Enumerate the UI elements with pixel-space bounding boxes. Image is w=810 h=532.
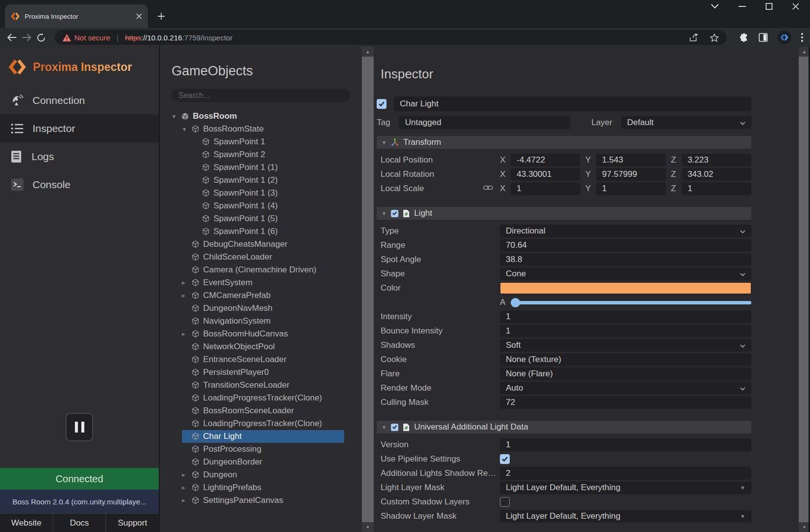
tree-item-eventsystem[interactable]: ▶ EventSystem [160,276,362,289]
tree-item-navigationsystem[interactable]: NavigationSystem [160,315,362,328]
proxima-extension-icon[interactable] [777,31,791,44]
property-value-field[interactable]: None (Flare) [500,367,751,380]
tree-arrow-icon[interactable]: ▶ [182,293,192,298]
section-collapse-icon[interactable]: ▼ [382,140,387,145]
tree-item-bossroomsceneloader[interactable]: BossRoomSceneLoader [160,404,362,417]
property-value-field[interactable]: 1 [500,438,751,451]
tree-item-debugcheatsmanager[interactable]: DebugCheatsManager [160,238,362,251]
component-header[interactable]: ▼ # Universal Additional Light Data [377,421,751,433]
tree-arrow-icon[interactable]: ▼ [172,114,181,119]
tree-item-dungeon[interactable]: ▶ Dungeon [160,468,362,481]
x-value-field[interactable]: 43.30001 [511,168,580,181]
link-icon[interactable] [483,184,493,193]
tree-item-settingspanelcanvas[interactable]: ▶ SettingsPanelCanvas [160,494,362,507]
tree-item-lightingprefabs[interactable]: ▶ LightingPrefabs [160,481,362,494]
tree-item-bossroom[interactable]: ▼ BossRoom [160,110,362,123]
forward-button[interactable] [22,33,32,41]
back-button[interactable] [7,33,17,41]
property-mask-select[interactable]: Light Layer Default, Everything ▼ [500,481,751,494]
property-value-field[interactable]: 1 [500,310,751,323]
component-enabled-checkbox[interactable] [391,424,398,431]
scroll-down-icon[interactable]: ▼ [362,522,374,532]
z-value-field[interactable]: 1 [682,182,751,195]
property-select[interactable]: Soft [500,339,751,352]
gameobject-name-field[interactable]: Char Light [394,97,751,111]
tree-item-bossroomhudcanvas[interactable]: ▶ BossRoomHudCanvas [160,328,362,340]
property-value-field[interactable]: 70.64 [500,239,751,252]
property-select[interactable]: Auto [500,382,751,395]
tree-item-spawnpoint-1[interactable]: SpawnPoint 1 [160,135,362,148]
section-collapse-icon[interactable]: ▼ [382,425,387,430]
tree-item-spawnpoint-1-4[interactable]: SpawnPoint 1 (4) [160,200,362,212]
tree-item-camera-cinemachine-driven[interactable]: Camera (Cinemachine Driven) [160,264,362,276]
z-value-field[interactable]: 343.02 [682,168,751,181]
property-value-field[interactable]: 72 [500,396,751,409]
tree-item-spawnpoint-2[interactable]: SpawnPoint 2 [160,148,362,161]
property-value-field[interactable]: 2 [500,467,751,480]
property-value-field[interactable]: None (Texture) [500,353,751,366]
footer-link-website[interactable]: Website [0,514,53,532]
window-close-icon[interactable] [792,3,799,10]
tree-arrow-icon[interactable]: ▼ [182,127,192,132]
tree-item-bossroomstate[interactable]: ▼ BossRoomState [160,123,362,135]
tag-field[interactable]: Untagged [399,116,570,129]
share-icon[interactable] [690,33,699,42]
y-value-field[interactable]: 97.57999 [596,168,666,181]
property-value-field[interactable]: 38.8 [500,253,751,266]
tree-item-dungeonborder[interactable]: DungeonBorder [160,456,362,468]
gameobject-enabled-checkbox[interactable] [377,99,387,109]
tree-arrow-icon[interactable]: ▶ [182,332,192,336]
tree-item-childsceneloader[interactable]: ChildSceneLoader [160,251,362,264]
footer-link-docs[interactable]: Docs [53,514,106,532]
property-mask-select[interactable]: Light Layer Default, Everything ▼ [500,510,751,523]
alpha-slider[interactable] [511,301,751,304]
tree-item-spawnpoint-1-5[interactable]: SpawnPoint 1 (5) [160,212,362,225]
property-checkbox[interactable] [500,497,510,507]
tree-arrow-icon[interactable]: ▶ [182,485,192,490]
slider-thumb[interactable] [511,298,520,307]
x-value-field[interactable]: 1 [511,182,580,195]
property-select[interactable]: Directional [500,225,751,237]
side-panel-icon[interactable] [759,33,768,42]
property-value-field[interactable]: 1 [500,325,751,337]
color-swatch[interactable] [500,282,751,294]
window-minimize-icon[interactable] [739,5,746,7]
scrollbar-thumb[interactable] [362,57,374,522]
tree-item-spawnpoint-1-2[interactable]: SpawnPoint 1 (2) [160,174,362,187]
component-header[interactable]: ▼ # Light [377,207,751,220]
menu-kebab-icon[interactable] [801,33,803,42]
extensions-puzzle-icon[interactable] [740,33,749,42]
footer-link-support[interactable]: Support [106,514,159,532]
new-tab-button[interactable] [155,10,168,23]
tree-item-entrancesceneloader[interactable]: EntranceSceneLoader [160,353,362,366]
tree-item-loadingprogresstracker-clone[interactable]: LoadingProgressTracker(Clone) [160,417,362,430]
pause-button[interactable] [66,413,93,441]
property-checkbox[interactable] [500,454,510,464]
tree-item-loadingprogresstracker-clone[interactable]: LoadingProgressTracker(Clone) [160,392,362,404]
sidebar-item-console[interactable]: Console [0,170,159,199]
tree-arrow-icon[interactable]: ▶ [182,280,192,285]
tab-close-icon[interactable] [136,13,142,19]
z-value-field[interactable]: 3.223 [682,154,751,166]
tree-arrow-icon[interactable]: ▶ [182,498,192,503]
section-collapse-icon[interactable]: ▼ [382,211,387,216]
tree-item-postprocessing[interactable]: PostProcessing [160,443,362,456]
sidebar-item-inspector[interactable]: Inspector [0,114,159,142]
tree-item-dungeonnavmesh[interactable]: DungeonNavMesh [160,302,362,315]
tree-item-spawnpoint-1-3[interactable]: SpawnPoint 1 (3) [160,187,362,200]
security-label[interactable]: Not secure [74,33,110,42]
browser-tab[interactable]: Proxima Inspector [5,4,148,28]
bookmark-star-icon[interactable] [710,33,719,42]
reload-button[interactable] [36,33,46,42]
scroll-up-icon[interactable]: ▲ [362,47,374,57]
component-enabled-checkbox[interactable] [391,210,398,217]
address-bar[interactable]: Not secure | https://10.0.0.216:7759/ins… [55,30,727,45]
tree-item-networkobjectpool[interactable]: NetworkObjectPool [160,340,362,353]
tree-item-spawnpoint-1-6[interactable]: SpawnPoint 1 (6) [160,225,362,238]
tree-item-persistentplayer0[interactable]: PersistentPlayer0 [160,366,362,379]
y-value-field[interactable]: 1.543 [596,154,666,166]
sidebar-item-logs[interactable]: Logs [0,142,159,170]
tree-item-char-light[interactable]: Char Light [182,430,344,443]
tree-item-transitionsceneloader[interactable]: TransitionSceneLoader [160,379,362,392]
tree-item-cmcameraprefab[interactable]: ▶ CMCameraPrefab [160,289,362,302]
